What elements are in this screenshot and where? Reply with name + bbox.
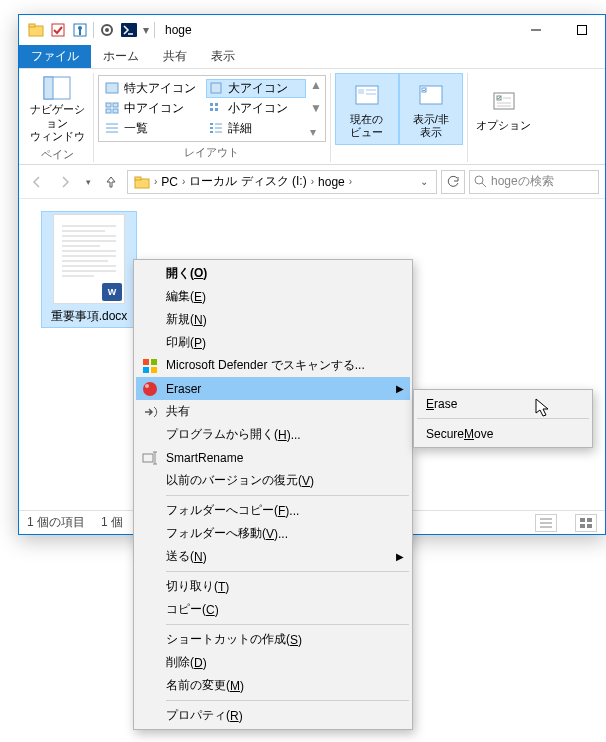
recent-dropdown-icon[interactable]: ▾: [81, 170, 95, 194]
svg-rect-1: [29, 24, 35, 27]
svg-rect-51: [580, 518, 585, 522]
show-hide-button[interactable]: 表示/非 表示: [399, 73, 463, 145]
svg-rect-16: [113, 103, 118, 107]
current-view-button[interactable]: 現在の ビュー: [335, 73, 399, 145]
layout-extra-large[interactable]: 特大アイコン: [102, 79, 202, 98]
svg-rect-61: [143, 454, 153, 462]
ctx-eraser[interactable]: Eraser▶: [136, 377, 410, 400]
tab-file[interactable]: ファイル: [19, 45, 91, 68]
powershell-icon[interactable]: [118, 19, 140, 41]
ctx-share[interactable]: 共有: [136, 400, 410, 423]
svg-rect-14: [106, 83, 118, 93]
svg-rect-45: [135, 177, 141, 180]
ctx-move-to-folder[interactable]: フォルダーへ移動(V)...: [136, 522, 410, 545]
ctx-previous-versions[interactable]: 以前のバージョンの復元(V): [136, 469, 410, 492]
layout-small[interactable]: 小アイコン: [206, 99, 306, 118]
ctx-smartrename[interactable]: SmartRename: [136, 446, 410, 469]
sub-secure-move[interactable]: Secure Move: [416, 422, 590, 445]
back-button[interactable]: [25, 170, 49, 194]
bc-pc[interactable]: PC: [157, 175, 182, 189]
ctx-open[interactable]: 開く(O): [136, 262, 410, 285]
ctx-new[interactable]: 新規(N): [136, 308, 410, 331]
svg-rect-27: [210, 123, 213, 125]
breadcrumb[interactable]: › PC› ローカル ディスク (I:)› hoge› ⌄: [127, 170, 437, 194]
search-icon: [474, 175, 487, 188]
svg-rect-57: [143, 367, 149, 373]
svg-line-47: [482, 183, 486, 187]
svg-rect-56: [151, 359, 157, 365]
minimize-button[interactable]: [513, 15, 559, 45]
refresh-button[interactable]: [441, 170, 465, 194]
tab-home[interactable]: ホーム: [91, 45, 151, 68]
menu-tabs: ファイル ホーム 共有 表示: [19, 45, 605, 69]
ctx-rename[interactable]: 名前の変更(M): [136, 674, 410, 697]
ribbon: ナビゲーション ウィンドウ ペイン 特大アイコン 中アイコン 一覧 大アイコン …: [19, 69, 605, 165]
chevron-right-icon: ▶: [396, 383, 404, 394]
titlebar: ▾ hoge: [19, 15, 605, 45]
svg-point-7: [105, 28, 109, 32]
forward-button[interactable]: [53, 170, 77, 194]
file-item[interactable]: W 重要事項.docx: [41, 211, 137, 328]
pin-icon[interactable]: [69, 19, 91, 41]
file-name: 重要事項.docx: [51, 308, 128, 325]
svg-point-59: [143, 382, 157, 396]
svg-rect-53: [580, 524, 585, 528]
nav-pane-button[interactable]: ナビゲーション ウィンドウ: [25, 73, 89, 145]
breadcrumb-dropdown-icon[interactable]: ⌄: [414, 176, 434, 187]
svg-point-46: [475, 176, 483, 184]
bc-disk[interactable]: ローカル ディスク (I:): [185, 173, 310, 190]
gear-icon[interactable]: [96, 19, 118, 41]
svg-rect-26: [215, 108, 218, 111]
layout-scroll-up-icon[interactable]: ▲: [310, 78, 322, 92]
quick-access-toolbar: ▾: [19, 19, 157, 41]
ctx-edit[interactable]: 編集(E): [136, 285, 410, 308]
ctx-cut[interactable]: 切り取り(T): [136, 575, 410, 598]
ctx-send-to[interactable]: 送る(N)▶: [136, 545, 410, 568]
svg-point-60: [145, 384, 149, 388]
svg-rect-15: [106, 103, 111, 107]
svg-rect-22: [211, 83, 221, 93]
ctx-create-shortcut[interactable]: ショートカットの作成(S): [136, 628, 410, 651]
context-menu: 開く(O) 編集(E) 新規(N) 印刷(P) Microsoft Defend…: [133, 259, 413, 730]
layout-expand-icon[interactable]: ▾: [310, 125, 322, 139]
layout-large[interactable]: 大アイコン: [206, 79, 306, 98]
sub-erase[interactable]: Erase: [416, 392, 590, 415]
svg-rect-23: [210, 103, 213, 106]
svg-rect-5: [79, 29, 81, 35]
ctx-properties[interactable]: プロパティ(R): [136, 704, 410, 727]
view-large-icon[interactable]: [575, 514, 597, 532]
maximize-button[interactable]: [559, 15, 605, 45]
svg-rect-29: [210, 127, 213, 129]
svg-rect-54: [587, 524, 592, 528]
folder-icon: [25, 19, 47, 41]
svg-rect-58: [151, 367, 157, 373]
ctx-delete[interactable]: 削除(D): [136, 651, 410, 674]
eraser-icon: [141, 380, 159, 398]
svg-rect-39: [494, 93, 514, 109]
dropdown-caret-icon[interactable]: ▾: [140, 19, 152, 41]
ctx-open-with[interactable]: プログラムから開く(H)...: [136, 423, 410, 446]
tab-share[interactable]: 共有: [151, 45, 199, 68]
bc-folder[interactable]: hoge: [314, 175, 349, 189]
layout-medium[interactable]: 中アイコン: [102, 99, 202, 118]
layout-list[interactable]: 一覧: [102, 119, 202, 138]
up-button[interactable]: [99, 170, 123, 194]
svg-rect-18: [113, 109, 118, 113]
options-button[interactable]: オプション: [472, 73, 536, 145]
defender-icon: [141, 357, 159, 375]
layout-details[interactable]: 詳細: [206, 119, 306, 138]
ctx-defender[interactable]: Microsoft Defender でスキャンする...: [136, 354, 410, 377]
ctx-print[interactable]: 印刷(P): [136, 331, 410, 354]
folder-icon: [130, 175, 154, 189]
layout-group-label: レイアウト: [184, 143, 239, 162]
search-input[interactable]: hogeの検索: [469, 170, 599, 194]
view-details-icon[interactable]: [535, 514, 557, 532]
ctx-copy-to-folder[interactable]: フォルダーへコピー(F)...: [136, 499, 410, 522]
svg-rect-34: [358, 89, 364, 94]
checkbox-icon[interactable]: [47, 19, 69, 41]
ctx-copy[interactable]: コピー(C): [136, 598, 410, 621]
tab-view[interactable]: 表示: [199, 45, 247, 68]
smartrename-icon: [141, 449, 159, 467]
layout-scroll-down-icon[interactable]: ▼: [310, 101, 322, 115]
window-title: hoge: [165, 23, 192, 37]
